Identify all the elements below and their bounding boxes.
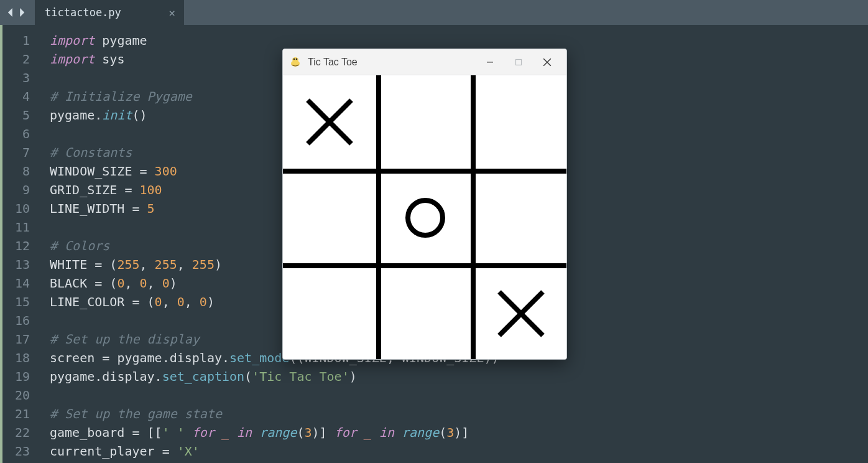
svg-rect-5 bbox=[516, 59, 522, 65]
tab-tictactoe[interactable]: tictactoe.py × bbox=[35, 0, 184, 25]
game-title: Tic Tac Toe bbox=[308, 57, 358, 68]
game-titlebar[interactable]: Tic Tac Toe bbox=[283, 49, 566, 75]
tab-filename: tictactoe.py bbox=[45, 6, 121, 19]
board-cell[interactable] bbox=[283, 267, 376, 360]
o-mark-icon bbox=[400, 193, 450, 243]
nav-arrows bbox=[0, 0, 35, 25]
board-cell[interactable] bbox=[283, 171, 376, 264]
board-cell[interactable] bbox=[379, 75, 472, 169]
window-close-button[interactable] bbox=[533, 49, 561, 75]
code-line: import pygame bbox=[50, 31, 868, 50]
svg-point-10 bbox=[408, 200, 443, 235]
board-cell[interactable] bbox=[474, 171, 567, 264]
game-window[interactable]: Tic Tac Toe bbox=[282, 49, 567, 360]
code-line: pygame.display.set_caption('Tic Tac Toe'… bbox=[50, 367, 868, 386]
board-cell[interactable] bbox=[474, 267, 567, 360]
x-mark-icon bbox=[298, 91, 361, 153]
svg-point-3 bbox=[296, 58, 298, 60]
board-cell[interactable] bbox=[379, 171, 472, 264]
board-cell[interactable] bbox=[379, 267, 472, 360]
editor-window: tictactoe.py × 1 2 3 4 5 6 7 8 9 10 11 1… bbox=[0, 0, 868, 463]
tabbar-empty bbox=[184, 0, 868, 25]
minimize-button[interactable] bbox=[476, 49, 504, 75]
code-line: current_player = 'X' bbox=[50, 442, 868, 461]
code-line bbox=[50, 386, 868, 405]
nav-forward-icon[interactable] bbox=[17, 5, 26, 20]
close-icon[interactable]: × bbox=[169, 6, 175, 19]
nav-back-icon[interactable] bbox=[6, 5, 15, 20]
board-cell[interactable] bbox=[474, 75, 567, 169]
game-board[interactable] bbox=[283, 75, 566, 359]
maximize-button[interactable] bbox=[504, 49, 533, 75]
code-line: # Set up the game state bbox=[50, 405, 868, 423]
line-number-gutter: 1 2 3 4 5 6 7 8 9 10 11 12 13 14 15 16 1… bbox=[2, 25, 37, 463]
svg-point-2 bbox=[293, 58, 295, 60]
board-cell[interactable] bbox=[283, 75, 376, 169]
topbar: tictactoe.py × bbox=[0, 0, 868, 25]
x-mark-icon bbox=[490, 283, 552, 345]
code-line: game_board = [[' ' for _ in range(3)] fo… bbox=[50, 423, 868, 442]
pygame-icon bbox=[289, 56, 302, 68]
svg-point-1 bbox=[292, 57, 298, 62]
